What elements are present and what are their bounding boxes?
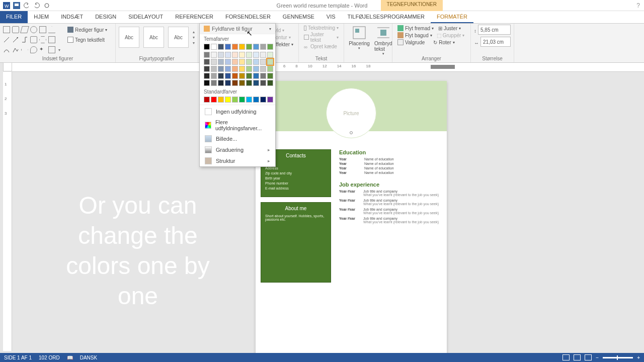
photo-placeholder[interactable]: Picture [326, 88, 376, 138]
color-swatch[interactable] [267, 44, 273, 50]
shape-callout-icon[interactable] [30, 46, 37, 53]
view-web-icon[interactable] [585, 354, 592, 360]
color-swatch[interactable] [225, 80, 231, 86]
tab-vis[interactable]: VIS [320, 11, 342, 23]
juster-tekst-button[interactable]: Juster tekst ▾ [302, 31, 341, 43]
vertical-ruler[interactable]: 123 [3, 72, 12, 351]
color-swatch[interactable] [260, 52, 266, 58]
color-swatch[interactable] [211, 73, 217, 79]
color-swatch[interactable] [232, 44, 238, 50]
color-swatch[interactable] [239, 66, 245, 72]
width-input[interactable]: 21,03 cm [480, 37, 511, 47]
color-swatch[interactable] [239, 52, 245, 58]
color-swatch[interactable] [260, 73, 266, 79]
picture-fill-item[interactable]: Billede... [200, 133, 275, 144]
document-canvas[interactable]: Or you can change the colors one by one … [12, 72, 644, 353]
status-language[interactable]: DANSK [80, 355, 97, 360]
shape-line-icon[interactable] [3, 36, 10, 43]
shape-rightarrow-icon[interactable] [21, 46, 28, 53]
color-swatch[interactable] [267, 97, 273, 103]
color-swatch[interactable] [239, 73, 245, 79]
redo-icon[interactable] [33, 2, 40, 9]
header-band-shape[interactable]: Picture [256, 81, 447, 131]
shape-rect2-icon[interactable] [48, 36, 55, 43]
color-swatch[interactable] [260, 80, 266, 86]
tegn-tekstfelt-button[interactable]: Tegn tekstfelt [65, 36, 107, 43]
tab-forsendelser[interactable]: FORSENDELSER [219, 11, 277, 23]
color-swatch[interactable] [239, 80, 245, 86]
color-swatch[interactable] [239, 59, 245, 65]
proofing-icon[interactable]: 📖 [67, 355, 73, 360]
color-swatch[interactable] [204, 73, 210, 79]
tab-gennemse[interactable]: GENNEMSE [277, 11, 320, 23]
shape-triangle-icon[interactable] [48, 26, 55, 33]
tab-referencer[interactable]: REFERENCER [169, 11, 219, 23]
tab-formater[interactable]: FORMATÉR [431, 11, 473, 23]
help-icon[interactable]: ? [636, 2, 640, 9]
color-swatch[interactable] [232, 59, 238, 65]
color-swatch[interactable] [204, 59, 210, 65]
color-swatch[interactable] [218, 73, 224, 79]
color-swatch[interactable] [211, 66, 217, 72]
flyt-bagud-button[interactable]: Flyt bagud ▾ ⬚Gruppér▾ [395, 32, 467, 39]
color-swatch[interactable] [225, 44, 231, 50]
placering-button[interactable]: Placering▾ [347, 25, 371, 57]
undo-icon[interactable] [23, 2, 30, 9]
color-swatch[interactable] [225, 97, 231, 103]
ombryd-tekst-button[interactable]: Ombryd tekst▾ [371, 25, 395, 57]
color-swatch[interactable] [246, 66, 252, 72]
color-swatch[interactable] [253, 97, 259, 103]
color-swatch[interactable] [204, 97, 210, 103]
color-swatch[interactable] [232, 97, 238, 103]
color-swatch[interactable] [246, 73, 252, 79]
color-swatch[interactable] [253, 73, 259, 79]
color-swatch[interactable] [267, 66, 273, 72]
color-swatch[interactable] [260, 66, 266, 72]
horizontal-ruler[interactable]: 24681012141618 [12, 63, 644, 72]
color-swatch[interactable] [204, 44, 210, 50]
color-swatch[interactable] [246, 52, 252, 58]
color-swatch[interactable] [204, 52, 210, 58]
shape-arrow-icon[interactable] [12, 36, 19, 43]
color-swatch[interactable] [232, 66, 238, 72]
save-icon[interactable] [13, 2, 20, 9]
color-swatch[interactable] [246, 80, 252, 86]
style-gallery-up-icon[interactable]: ▴ [193, 30, 195, 34]
shape-banner-icon[interactable] [48, 46, 55, 53]
tab-sidelayout[interactable]: SIDELAYOUT [122, 11, 169, 23]
color-swatch[interactable] [267, 59, 273, 65]
shape-star-icon[interactable]: ✦ [39, 46, 46, 53]
status-words[interactable]: 102 ORD [39, 355, 60, 360]
shape-style-2[interactable]: Abc [143, 27, 164, 48]
view-print-icon[interactable] [574, 354, 581, 360]
more-colors-item[interactable]: Flere udfyldningsfarver... [200, 117, 275, 133]
valgrude-button[interactable]: Valgrude ↻Roter▾ [395, 39, 467, 46]
shape-ellipse-icon[interactable] [30, 26, 37, 33]
color-swatch[interactable] [253, 80, 259, 86]
shape-freeform-icon[interactable] [12, 46, 19, 53]
no-fill-item[interactable]: Ingen udfyldning [200, 106, 275, 117]
about-box[interactable]: About me Short about yourself. Hobbies, … [261, 202, 331, 283]
color-swatch[interactable] [267, 73, 273, 79]
tab-indsaet[interactable]: INDSÆT [55, 11, 89, 23]
color-swatch[interactable] [246, 97, 252, 103]
shape-style-1[interactable]: Abc [119, 27, 139, 48]
shape-style-3[interactable]: Abc [168, 27, 189, 48]
color-swatch[interactable] [232, 80, 238, 86]
color-swatch[interactable] [218, 44, 224, 50]
color-swatch[interactable] [204, 66, 210, 72]
color-swatch[interactable] [267, 80, 273, 86]
color-swatch[interactable] [218, 52, 224, 58]
color-swatch[interactable] [260, 97, 266, 103]
color-swatch[interactable] [211, 52, 217, 58]
style-gallery-more-icon[interactable]: ▾ [193, 41, 195, 45]
zoom-slider[interactable] [603, 357, 633, 358]
status-page[interactable]: SIDE 1 AF 1 [4, 355, 32, 360]
selection-handle[interactable] [350, 131, 353, 134]
color-swatch[interactable] [218, 97, 224, 103]
color-swatch[interactable] [225, 66, 231, 72]
color-swatch[interactable] [246, 59, 252, 65]
zoom-out-button[interactable]: − [596, 355, 599, 360]
color-swatch[interactable] [232, 73, 238, 79]
color-swatch[interactable] [239, 97, 245, 103]
